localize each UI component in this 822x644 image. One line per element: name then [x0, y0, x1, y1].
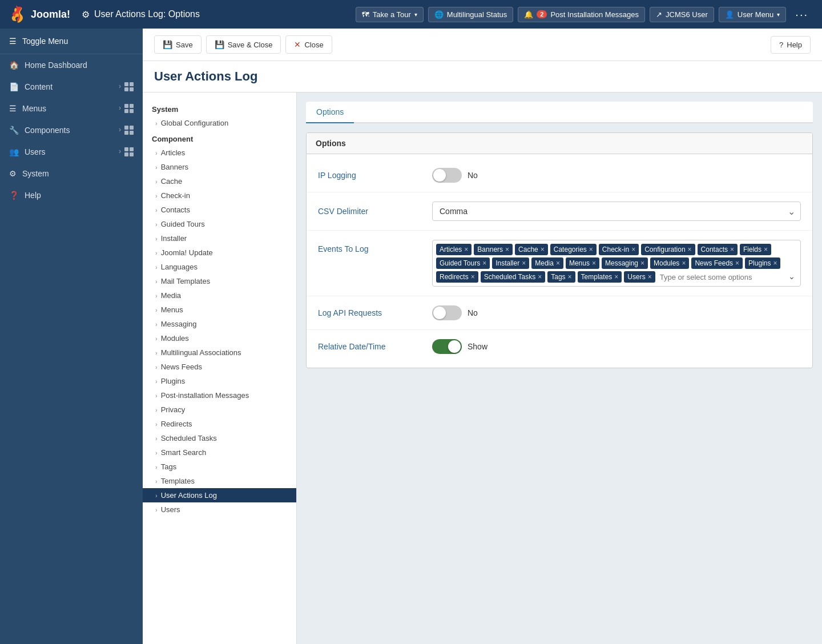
nav-news-feeds[interactable]: › News Feeds [143, 360, 296, 374]
nav-checkin[interactable]: › Check-in [143, 188, 296, 203]
events-to-log-label: Events To Log [318, 240, 421, 253]
tag-contacts-remove[interactable]: × [730, 245, 734, 253]
tag-tags[interactable]: Tags × [547, 271, 575, 283]
nav-users[interactable]: › Users [143, 502, 296, 517]
sidebar-item-content[interactable]: 📄 Content › [0, 76, 143, 98]
tag-fields[interactable]: Fields × [740, 244, 771, 255]
nav-smart-search[interactable]: › Smart Search [143, 445, 296, 460]
tag-scheduled-tasks-remove[interactable]: × [538, 273, 542, 281]
nav-plugins[interactable]: › Plugins [143, 374, 296, 388]
chevron-joomla-update: › [155, 249, 158, 256]
tag-modules[interactable]: Modules × [650, 257, 689, 269]
sidebar-item-users[interactable]: 👥 Users › [0, 141, 143, 163]
multilingual-status-button[interactable]: 🌐 Multilingual Status [428, 7, 514, 22]
nav-cache[interactable]: › Cache [143, 174, 296, 188]
tag-articles-remove[interactable]: × [464, 245, 468, 253]
tag-cache-remove[interactable]: × [541, 245, 545, 253]
more-button[interactable]: ··· [791, 6, 813, 23]
tag-media-remove[interactable]: × [556, 259, 560, 267]
take-tour-button[interactable]: 🗺 Take a Tour ▾ [356, 7, 424, 22]
tag-templates-remove[interactable]: × [614, 273, 618, 281]
tag-checkin-remove[interactable]: × [631, 245, 635, 253]
help-button[interactable]: ? Help [771, 36, 811, 54]
close-button[interactable]: ✕ Close [285, 35, 332, 54]
csv-delimiter-select[interactable]: Comma Semicolon Tab [432, 202, 801, 221]
nav-templates[interactable]: › Templates [143, 474, 296, 488]
tag-messaging-remove[interactable]: × [640, 259, 644, 267]
global-config-item[interactable]: › Global Configuration [143, 116, 296, 130]
nav-multilingual[interactable]: › Multilingual Associations [143, 345, 296, 360]
tag-guided-tours-remove[interactable]: × [482, 259, 486, 267]
jcms-user-button[interactable]: ↗ JCMS6 User [650, 7, 714, 22]
tag-messaging[interactable]: Messaging × [602, 257, 648, 269]
tag-banners-remove[interactable]: × [505, 245, 509, 253]
tag-scheduled-tasks[interactable]: Scheduled Tasks × [481, 271, 546, 283]
tag-redirects[interactable]: Redirects × [436, 271, 478, 283]
nav-user-actions-log[interactable]: › User Actions Log [143, 488, 296, 502]
tag-menus[interactable]: Menus × [566, 257, 599, 269]
tag-plugins[interactable]: Plugins × [745, 257, 780, 269]
nav-messaging[interactable]: › Messaging [143, 317, 296, 331]
tag-categories-remove[interactable]: × [589, 245, 593, 253]
ip-logging-toggle[interactable] [432, 168, 462, 183]
sidebar-item-components[interactable]: 🔧 Components › [0, 119, 143, 141]
tag-installer[interactable]: Installer × [492, 257, 529, 269]
post-install-button[interactable]: 🔔 2 Post Installation Messages [518, 7, 645, 22]
nav-banners[interactable]: › Banners [143, 160, 296, 174]
nav-privacy[interactable]: › Privacy [143, 402, 296, 417]
tag-installer-remove[interactable]: × [522, 259, 526, 267]
nav-mail-templates[interactable]: › Mail Templates [143, 274, 296, 288]
nav-joomla-update[interactable]: › Joomla! Update [143, 245, 296, 260]
tags-scroll-button[interactable]: ⌄ [785, 270, 798, 283]
nav-menus[interactable]: › Menus [143, 303, 296, 317]
tag-plugins-remove[interactable]: × [773, 259, 777, 267]
tag-media[interactable]: Media × [531, 257, 563, 269]
tag-contacts[interactable]: Contacts × [698, 244, 738, 255]
tab-options[interactable]: Options [306, 102, 354, 123]
tag-news-feeds-remove[interactable]: × [735, 259, 739, 267]
nav-scheduled-tasks[interactable]: › Scheduled Tasks [143, 431, 296, 445]
nav-articles[interactable]: › Articles [143, 146, 296, 160]
tag-configuration[interactable]: Configuration × [641, 244, 695, 255]
nav-post-install[interactable]: › Post-installation Messages [143, 388, 296, 402]
tag-news-feeds[interactable]: News Feeds × [691, 257, 743, 269]
tag-guided-tours[interactable]: Guided Tours × [436, 257, 490, 269]
nav-redirects[interactable]: › Redirects [143, 417, 296, 431]
nav-contacts[interactable]: › Contacts [143, 203, 296, 217]
tag-templates[interactable]: Templates × [578, 271, 622, 283]
events-tags-container[interactable]: Articles × Banners × Cache [432, 240, 801, 287]
toggle-menu-button[interactable]: ☰ Toggle Menu [0, 29, 143, 54]
tag-users[interactable]: Users × [624, 271, 655, 283]
nav-media[interactable]: › Media [143, 288, 296, 303]
tag-configuration-remove[interactable]: × [688, 245, 692, 253]
sidebar-item-system[interactable]: ⚙ System [0, 163, 143, 184]
sidebar-item-home[interactable]: 🏠 Home Dashboard [0, 54, 143, 76]
log-api-toggle[interactable] [432, 305, 462, 320]
tag-modules-remove[interactable]: × [682, 259, 686, 267]
tag-users-remove[interactable]: × [648, 273, 652, 281]
user-menu-button[interactable]: 👤 User Menu ▾ [719, 7, 787, 22]
nav-modules[interactable]: › Modules [143, 331, 296, 345]
chevron-menus: › [155, 307, 158, 313]
nav-languages[interactable]: › Languages [143, 260, 296, 274]
tag-banners[interactable]: Banners × [474, 244, 513, 255]
nav-installer[interactable]: › Installer [143, 231, 296, 245]
tag-cache[interactable]: Cache × [515, 244, 548, 255]
tag-redirects-remove[interactable]: × [471, 273, 475, 281]
save-button[interactable]: 💾 Save [154, 35, 202, 54]
save-close-button[interactable]: 💾 Save & Close [206, 35, 281, 54]
nav-guided-tours[interactable]: › Guided Tours [143, 217, 296, 231]
sidebar-item-menus[interactable]: ☰ Menus › [0, 98, 143, 119]
tag-categories[interactable]: Categories × [550, 244, 597, 255]
tag-articles[interactable]: Articles × [436, 244, 472, 255]
tag-tags-remove[interactable]: × [568, 273, 572, 281]
ip-logging-control: No [432, 168, 801, 183]
relative-datetime-toggle[interactable] [432, 339, 462, 354]
events-tags-input[interactable] [658, 272, 797, 283]
tag-menus-remove[interactable]: × [592, 259, 596, 267]
tag-fields-remove[interactable]: × [764, 245, 768, 253]
chevron-cache: › [155, 178, 158, 185]
sidebar-item-help[interactable]: ❓ Help [0, 184, 143, 206]
nav-tags[interactable]: › Tags [143, 460, 296, 474]
tag-checkin[interactable]: Check-in × [599, 244, 639, 255]
